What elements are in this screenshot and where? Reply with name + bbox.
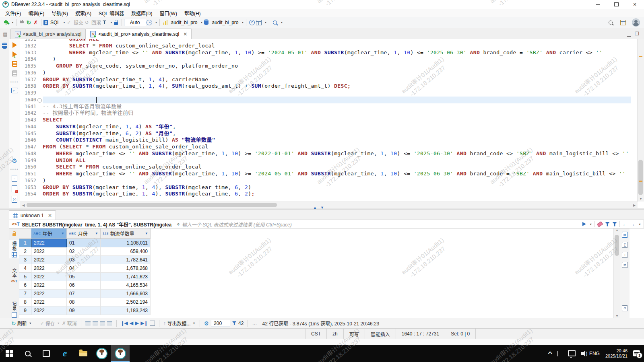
history-forward-icon[interactable]: → xyxy=(630,221,635,227)
table-cell[interactable]: 2022 xyxy=(31,256,67,264)
table-row[interactable]: 62022064,165,534 xyxy=(19,281,151,290)
database-navigator-icon[interactable] xyxy=(2,43,7,49)
execute-statement-icon[interactable] xyxy=(12,42,17,48)
input-language[interactable]: ENG xyxy=(589,351,600,356)
menu-item[interactable]: 导航(N) xyxy=(48,10,72,16)
tx-timeout-button[interactable]: ▼ xyxy=(146,19,158,26)
explain-plan-icon[interactable] xyxy=(12,70,17,76)
menu-item[interactable]: SQL 编辑器 xyxy=(95,10,128,16)
table-cell[interactable]: 659,400 xyxy=(101,247,151,256)
table-cell[interactable]: 1,183,243 xyxy=(101,306,151,315)
apply-filter-icon[interactable] xyxy=(582,222,586,226)
history-back-icon[interactable]: ← xyxy=(622,221,627,227)
first-page-icon[interactable]: ❙◀ xyxy=(121,321,128,326)
tray-expand-icon[interactable]: ^ xyxy=(548,350,552,356)
menu-item[interactable]: 帮助(H) xyxy=(181,10,204,16)
tab-analysis-cleartime-sql[interactable]: S <audit_bi_pro> analysis_cleartime.sql … xyxy=(86,29,192,39)
grouping-panel-icon[interactable]: G xyxy=(622,305,628,311)
volume-tray-icon[interactable] xyxy=(581,352,584,355)
refresh-button[interactable]: ↻ 刷新 ▼ xyxy=(11,320,32,327)
value-panel-icon[interactable]: ▦ xyxy=(622,232,628,238)
table-cell[interactable]: 4,165,534 xyxy=(101,281,151,290)
fetch-size-input[interactable]: 200 xyxy=(211,320,230,327)
taskbar-clock[interactable]: 20:46 2025/10/21 xyxy=(605,348,627,359)
table-cell[interactable]: 2022 xyxy=(31,290,67,298)
table-cell[interactable]: 1,782,641 xyxy=(101,256,151,264)
sql-editor-button[interactable]: S SQL ▼ xyxy=(43,20,66,25)
results-grid[interactable]: ABC年份▼ABC月份▼123物流单数量▼12022011,108,011220… xyxy=(19,228,613,318)
table-cell[interactable]: 2022 xyxy=(31,306,67,315)
table-cell[interactable]: 1,666,603 xyxy=(101,290,151,298)
menu-item[interactable]: 数据库(D) xyxy=(128,10,156,16)
table-cell[interactable]: 2022 xyxy=(31,247,67,256)
next-page-icon[interactable]: ▶ xyxy=(135,321,138,326)
references-panel-icon[interactable]: ⇄ xyxy=(622,262,628,268)
menu-item[interactable]: 搜索(A) xyxy=(72,10,95,16)
row-options-icon[interactable] xyxy=(107,321,112,325)
editor-vertical-scrollbar[interactable]: ▼ xyxy=(637,39,644,202)
table-cell[interactable]: 1,108,011 xyxy=(101,239,151,247)
transaction-mode-select[interactable]: Auto xyxy=(124,19,146,26)
file-explorer-button[interactable] xyxy=(74,345,93,362)
connect-icon[interactable] xyxy=(19,19,25,26)
minimize-editor-icon[interactable]: ▁ xyxy=(627,31,631,37)
column-menu-icon[interactable]: ▼ xyxy=(145,232,148,235)
side-tab-text[interactable]: 文本 <>T xyxy=(9,267,19,284)
table-cell[interactable]: 2022 xyxy=(31,239,67,247)
new-connection-button[interactable]: +▼ xyxy=(2,19,14,26)
splitter-collapse-down-icon[interactable]: ▼ xyxy=(320,206,324,210)
maximize-editor-icon[interactable]: ❐ xyxy=(635,31,639,37)
scroll-up-icon[interactable]: ▲ xyxy=(614,228,620,232)
add-row-icon[interactable] xyxy=(85,321,91,325)
prev-page-icon[interactable]: ◀ xyxy=(130,321,133,326)
validate-script-icon[interactable]: ! xyxy=(12,185,17,192)
layout-button[interactable]: ▼ xyxy=(255,19,267,26)
table-cell[interactable]: 2022 xyxy=(31,281,67,290)
dbeaver-taskbar-button[interactable] xyxy=(93,345,111,362)
export-data-button[interactable]: ↑ 导出数据... ▼ xyxy=(163,320,195,327)
rollback-button[interactable]: ↺ 回滚 xyxy=(83,19,101,26)
splitter-collapse-up-icon[interactable]: ▲ xyxy=(313,206,317,210)
table-row[interactable]: 52022051,741,623 xyxy=(19,273,151,281)
table-cell[interactable]: 1,678,268 xyxy=(101,264,151,273)
save-filter-icon[interactable] xyxy=(612,222,617,226)
column-menu-icon[interactable]: ▼ xyxy=(61,232,64,235)
save-button[interactable]: ✓ 保存 ▼ xyxy=(40,320,60,327)
table-row[interactable]: 92022091,183,243 xyxy=(19,306,151,315)
table-row[interactable]: 32022031,782,641 xyxy=(19,256,151,264)
restore-panel-icon[interactable]: ▤ xyxy=(0,31,10,39)
row-number[interactable]: 2 xyxy=(19,247,31,256)
editor-horizontal-scrollbar[interactable]: ◀ ▶ xyxy=(20,202,638,208)
results-tab-unknown-1[interactable]: unknown 1 ✕ xyxy=(9,210,56,220)
close-button[interactable]: × xyxy=(625,0,644,9)
fetch-all-icon[interactable] xyxy=(150,321,155,326)
scroll-right-icon[interactable]: ▶ xyxy=(631,204,638,207)
side-tab-grid[interactable]: 栅格 xyxy=(9,240,19,259)
database-select[interactable]: audit_bi_pro ▼ xyxy=(203,19,244,26)
grid-corner-cell[interactable] xyxy=(9,228,19,239)
scrollbar-thumb[interactable] xyxy=(27,203,277,207)
minimize-button[interactable] xyxy=(588,0,607,9)
usb-tray-icon[interactable] xyxy=(557,351,562,356)
tab-analysis-sql[interactable]: S <audit_bi_pro> analysis.sql xyxy=(10,29,86,39)
table-row[interactable]: 2202202659,400 xyxy=(19,247,151,256)
row-number[interactable]: 5 xyxy=(19,273,31,281)
table-cell[interactable]: 2022 xyxy=(31,298,67,306)
row-number[interactable]: 6 xyxy=(19,281,31,290)
row-number[interactable]: 8 xyxy=(19,298,31,306)
table-cell[interactable]: 06 xyxy=(67,281,101,290)
side-tab-record[interactable]: 记录 xyxy=(9,300,19,319)
duplicate-row-icon[interactable] xyxy=(93,321,98,325)
close-results-tab-icon[interactable]: ✕ xyxy=(48,213,52,218)
edit-filter-icon[interactable] xyxy=(605,222,610,226)
expand-filter-icon[interactable]: » xyxy=(175,221,181,227)
row-number[interactable]: 7 xyxy=(19,290,31,298)
table-cell[interactable]: 09 xyxy=(67,306,101,315)
metadata-panel-icon[interactable]: i xyxy=(622,252,628,258)
fold-marker-icon[interactable]: − xyxy=(37,98,42,103)
results-filter-bar[interactable]: <>T SELECT SUBSTR(mgclear_time, 1, 4) AS… xyxy=(9,220,644,228)
overflow-dots[interactable]: … xyxy=(252,321,257,326)
perspective-icon[interactable] xyxy=(619,19,626,26)
execute-new-tab-icon[interactable]: + xyxy=(12,51,17,57)
sql-editor[interactable]: 1631163216331634163516361637163816391640… xyxy=(20,39,638,202)
